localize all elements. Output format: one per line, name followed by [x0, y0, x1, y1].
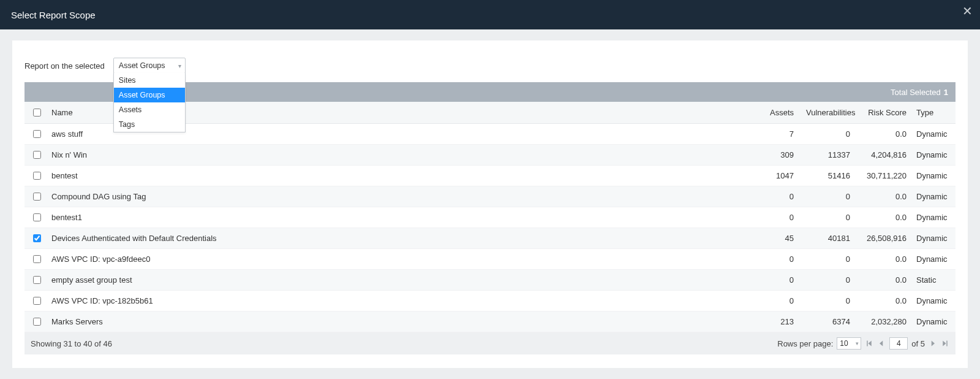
row-checkbox[interactable]: [33, 255, 41, 263]
cell-vulns: 0: [800, 249, 856, 270]
cell-name: AWS VPC ID: vpc-a9fdeec0: [45, 249, 756, 270]
cell-assets: 213: [756, 312, 800, 332]
cell-risk: 0.0: [856, 249, 913, 270]
cell-assets: 1047: [756, 166, 800, 186]
cell-risk: 0.0: [856, 207, 913, 228]
cell-assets: 7: [756, 124, 800, 145]
cell-type: Dynamic: [913, 249, 956, 270]
modal-title: Select Report Scope: [11, 10, 96, 20]
rows-per-page-label: Rows per page:: [777, 339, 833, 348]
page-first-icon[interactable]: [865, 339, 873, 348]
row-checkbox[interactable]: [33, 297, 41, 305]
col-type[interactable]: Type: [913, 102, 956, 124]
cell-vulns: 0: [800, 207, 856, 228]
cell-type: Dynamic: [913, 186, 956, 207]
cell-name: Devices Authenticated with Default Crede…: [45, 228, 756, 249]
table-row: AWS VPC ID: vpc-a9fdeec0000.0Dynamic: [24, 249, 956, 270]
rows-per-page-select[interactable]: 10 ▾: [837, 337, 861, 350]
cell-type: Dynamic: [913, 312, 956, 332]
scope-select-value: Asset Groups: [119, 61, 165, 70]
dropdown-option[interactable]: Tags: [114, 117, 185, 132]
close-icon[interactable]: ✕: [962, 5, 973, 17]
cell-type: Dynamic: [913, 166, 956, 186]
row-checkbox[interactable]: [33, 193, 41, 201]
scope-select[interactable]: Asset Groups ▾: [113, 58, 186, 74]
cell-vulns: 6374: [800, 312, 856, 332]
cell-assets: 309: [756, 145, 800, 166]
cell-vulns: 51416: [800, 166, 856, 186]
col-assets[interactable]: Assets: [756, 102, 800, 124]
action-bar: DONE CANCEL: [0, 373, 980, 379]
cell-assets: 0: [756, 186, 800, 207]
table-row: bentest10475141630,711,220Dynamic: [24, 166, 956, 186]
table-footer: Showing 31 to 40 of 46 Rows per page: 10…: [24, 332, 956, 354]
cell-name: Marks Servers: [45, 312, 756, 332]
page-total-label: of 5: [911, 339, 925, 348]
cell-type: Dynamic: [913, 145, 956, 166]
col-risk[interactable]: Risk Score: [856, 102, 913, 124]
cell-type: Static: [913, 270, 956, 291]
cell-assets: 45: [756, 228, 800, 249]
table-row: Nix n' Win309113374,204,816Dynamic: [24, 145, 956, 166]
cell-name: bentest: [45, 166, 756, 186]
cell-risk: 2,032,280: [856, 312, 913, 332]
select-all-checkbox[interactable]: [33, 109, 41, 117]
row-checkbox[interactable]: [33, 172, 41, 180]
table-row: Compound DAG using Tag000.0Dynamic: [24, 186, 956, 207]
scope-dropdown: SitesAsset GroupsAssetsTags: [113, 73, 186, 132]
chevron-down-icon: ▾: [178, 63, 181, 69]
cell-risk: 4,204,816: [856, 145, 913, 166]
scope-label: Report on the selected: [24, 61, 105, 71]
select-all-header: [24, 102, 45, 124]
dropdown-option[interactable]: Assets: [114, 102, 185, 117]
page-last-icon[interactable]: [941, 339, 949, 348]
cell-type: Dynamic: [913, 124, 956, 145]
cell-assets: 0: [756, 270, 800, 291]
cell-risk: 0.0: [856, 186, 913, 207]
selection-count: 1: [944, 88, 948, 97]
row-checkbox[interactable]: [33, 276, 41, 284]
cell-vulns: 11337: [800, 145, 856, 166]
cell-type: Dynamic: [913, 228, 956, 249]
cell-name: bentest1: [45, 207, 756, 228]
page-next-icon[interactable]: [929, 339, 937, 348]
cell-name: Nix n' Win: [45, 145, 756, 166]
table-row: AWS VPC ID: vpc-182b5b61000.0Dynamic: [24, 291, 956, 312]
dropdown-option[interactable]: Asset Groups: [114, 88, 185, 102]
page-number-input[interactable]: 4: [889, 337, 908, 350]
col-vulns[interactable]: Vulnerabilities: [800, 102, 856, 124]
row-checkbox[interactable]: [33, 234, 41, 242]
row-checkbox[interactable]: [33, 130, 41, 138]
cell-risk: 0.0: [856, 291, 913, 312]
cell-name: empty asset group test: [45, 270, 756, 291]
cell-risk: 0.0: [856, 270, 913, 291]
row-checkbox[interactable]: [33, 151, 41, 159]
row-checkbox[interactable]: [33, 213, 41, 221]
cell-name: AWS VPC ID: vpc-182b5b61: [45, 291, 756, 312]
pager: Rows per page: 10 ▾ 4 of 5: [777, 337, 949, 350]
cell-type: Dynamic: [913, 207, 956, 228]
cell-assets: 0: [756, 291, 800, 312]
modal-body: Report on the selected Asset Groups ▾ Si…: [12, 40, 968, 368]
page-prev-icon[interactable]: [877, 339, 886, 348]
cell-vulns: 0: [800, 186, 856, 207]
selection-label: Total Selected: [891, 88, 941, 97]
cell-assets: 0: [756, 207, 800, 228]
modal-header: Select Report Scope ✕: [0, 0, 980, 29]
cell-assets: 0: [756, 249, 800, 270]
cell-vulns: 40181: [800, 228, 856, 249]
cell-vulns: 0: [800, 291, 856, 312]
cell-risk: 30,711,220: [856, 166, 913, 186]
cell-type: Dynamic: [913, 291, 956, 312]
table-row: Marks Servers21363742,032,280Dynamic: [24, 312, 956, 332]
asset-group-table: Name Assets Vulnerabilities Risk Score T…: [24, 102, 956, 332]
row-checkbox[interactable]: [33, 318, 41, 326]
cell-risk: 0.0: [856, 124, 913, 145]
table-row: Devices Authenticated with Default Crede…: [24, 228, 956, 249]
table-row: empty asset group test000.0Static: [24, 270, 956, 291]
chevron-down-icon: ▾: [856, 340, 859, 346]
cell-name: Compound DAG using Tag: [45, 186, 756, 207]
cell-vulns: 0: [800, 270, 856, 291]
cell-risk: 26,508,916: [856, 228, 913, 249]
dropdown-option[interactable]: Sites: [114, 73, 185, 88]
